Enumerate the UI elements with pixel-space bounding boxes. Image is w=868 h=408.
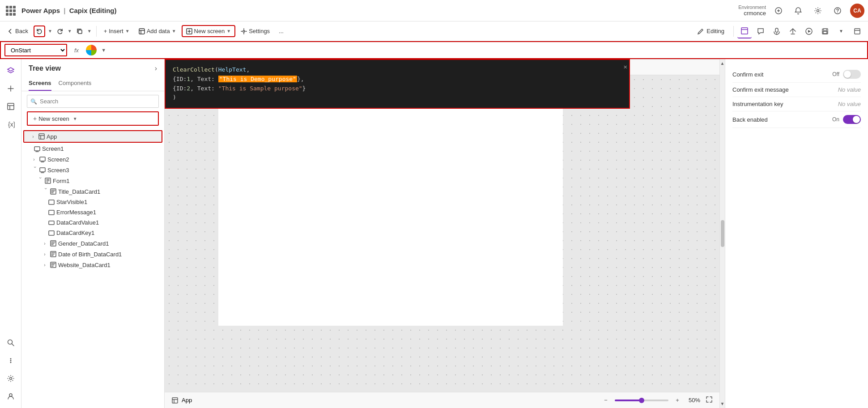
tree-item-app[interactable]: › App <box>23 130 162 143</box>
svg-rect-30 <box>49 231 54 235</box>
settings-button[interactable]: Settings <box>237 26 273 36</box>
tree-close-icon[interactable]: › <box>155 64 157 72</box>
code-line-4: ) <box>173 93 622 102</box>
expander-screen2[interactable]: › <box>30 156 38 163</box>
new-screen-button-tree[interactable]: + New screen ▼ <box>27 111 159 126</box>
main-layout: {x} Tree view › Screens Components 🔍 <box>0 59 868 408</box>
redo-button[interactable] <box>55 26 65 36</box>
toggle-back-enabled[interactable] <box>843 115 861 124</box>
tab-components[interactable]: Components <box>59 76 92 91</box>
tree-item-form1[interactable]: › Form1 <box>21 175 164 186</box>
zoom-out-button[interactable]: − <box>600 395 611 406</box>
tree-item-starvisible1[interactable]: StarVisible1 <box>21 197 164 207</box>
search-input[interactable] <box>27 95 159 108</box>
new-screen-button[interactable]: New screen ▼ <box>182 25 236 37</box>
svg-rect-12 <box>855 29 860 34</box>
left-icon-table[interactable] <box>3 98 19 115</box>
left-icon-add[interactable] <box>3 81 19 97</box>
copy-dropdown[interactable]: ▼ <box>86 27 93 35</box>
toolbar-mic-icon[interactable] <box>770 24 784 38</box>
top-bar: Power Apps | Capix (Editing) Environment… <box>0 0 868 21</box>
tree-item-website-dc1[interactable]: › Website_DataCard1 <box>21 259 164 270</box>
notification-icon[interactable] <box>791 4 805 18</box>
expander-app[interactable]: › <box>30 133 37 140</box>
settings-icon[interactable] <box>811 4 825 18</box>
toolbar-save-icon[interactable] <box>818 24 832 38</box>
copy-button[interactable] <box>75 26 85 36</box>
tree-item-gender-dc1[interactable]: › Gender_DataCard1 <box>21 238 164 249</box>
toolbar-view-icon[interactable] <box>737 24 752 38</box>
canvas-bottom-bar: App − + 50% <box>165 392 719 408</box>
expander-title-dc1[interactable]: › <box>41 188 48 195</box>
tree-item-datacardvalue1[interactable]: DataCardValue1 <box>21 217 164 228</box>
scrollbar-thumb[interactable] <box>721 220 724 247</box>
expander-website-dc1[interactable]: › <box>41 261 48 268</box>
avatar[interactable]: CA <box>850 4 864 18</box>
redo-dropdown[interactable]: ▼ <box>67 27 73 35</box>
toggle-confirm-exit[interactable] <box>843 70 861 79</box>
insert-button[interactable]: + Insert ▼ <box>100 26 133 36</box>
svg-rect-9 <box>775 28 778 32</box>
more-button[interactable]: ... <box>275 26 287 36</box>
svg-point-1 <box>817 9 819 12</box>
zoom-slider[interactable] <box>615 400 668 401</box>
copilot-icon[interactable] <box>771 4 786 18</box>
zoom-in-button[interactable]: + <box>672 395 683 406</box>
tree-item-title-datacard1[interactable]: › Title_DataCard1 <box>21 186 164 197</box>
left-icon-settings[interactable] <box>3 370 19 387</box>
tree-panel: Tree view › Screens Components 🔍 + New s… <box>21 59 165 408</box>
toolbar-comment-icon[interactable] <box>753 24 768 38</box>
app-bottom-icon <box>172 397 178 404</box>
app-grid-icon[interactable] <box>4 4 18 18</box>
left-icon-search[interactable] <box>3 335 19 351</box>
undo-dropdown[interactable]: ▼ <box>47 27 53 35</box>
tree-item-errormessage1[interactable]: ErrorMessage1 <box>21 207 164 217</box>
tree-item-label-screen1: Screen1 <box>42 145 64 152</box>
back-button[interactable]: Back <box>4 26 32 36</box>
toolbar-more-icon[interactable] <box>850 24 864 38</box>
add-data-button[interactable]: Add data ▼ <box>135 26 180 36</box>
help-icon[interactable] <box>830 4 845 18</box>
code-editor[interactable]: ClearCollect(HelpText, {ID:1, Text: "Thi… <box>165 59 630 109</box>
toolbar-save-dropdown[interactable]: ▼ <box>834 24 848 38</box>
left-icon-person[interactable] <box>3 388 19 404</box>
svg-rect-24 <box>40 168 45 172</box>
left-icon-layers[interactable] <box>3 63 19 79</box>
property-select[interactable]: OnStart <box>4 44 67 56</box>
expander-gender-dc1[interactable]: › <box>41 240 48 247</box>
expander-dob-dc1[interactable]: › <box>41 251 48 258</box>
tree-item-label-errormessage1: ErrorMessage1 <box>56 209 96 216</box>
tree-item-screen1[interactable]: Screen1 <box>21 144 164 154</box>
left-icon-more[interactable] <box>3 353 19 369</box>
plus-icon: + <box>33 115 37 122</box>
form-icon <box>45 178 51 184</box>
toolbar-divider-2 <box>733 26 734 37</box>
svg-rect-35 <box>172 398 178 403</box>
tree-item-label-starvisible1: StarVisible1 <box>56 199 87 205</box>
brand-title: Power Apps | Capix (Editing) <box>21 7 117 14</box>
svg-point-20 <box>9 394 12 396</box>
app-bottom-label: App <box>182 397 192 404</box>
expander-screen3[interactable]: › <box>30 166 38 174</box>
fullscreen-button[interactable] <box>706 396 712 404</box>
editing-badge: Editing <box>692 26 730 36</box>
environment-info: Environment crmonce <box>738 4 766 17</box>
right-scrollbar[interactable]: ▲ ▼ <box>719 59 725 408</box>
undo-button[interactable] <box>34 26 45 37</box>
zoom-slider-thumb[interactable] <box>639 398 644 403</box>
svg-rect-27 <box>49 200 54 204</box>
canvas-background[interactable] <box>165 75 719 392</box>
zoom-controls: − + 50% <box>600 395 712 406</box>
tab-screens[interactable]: Screens <box>29 76 51 91</box>
tree-item-datacardkey1[interactable]: DataCardKey1 <box>21 228 164 238</box>
code-close-button[interactable]: ✕ <box>624 62 627 72</box>
toolbar-divider-1 <box>96 26 97 37</box>
left-icon-variable[interactable]: {x} <box>3 116 19 132</box>
tree-item-dob-dc1[interactable]: › Date of Birth_DataCard1 <box>21 249 164 259</box>
toolbar-play-icon[interactable] <box>802 24 816 38</box>
expander-form1[interactable]: › <box>36 177 43 184</box>
toolbar-share-icon[interactable] <box>786 24 800 38</box>
tree-item-screen2[interactable]: › Screen2 <box>21 154 164 165</box>
prop-label-confirm-exit-msg: Confirm exit message <box>732 86 789 93</box>
tree-item-screen3[interactable]: › Screen3 <box>21 165 164 175</box>
